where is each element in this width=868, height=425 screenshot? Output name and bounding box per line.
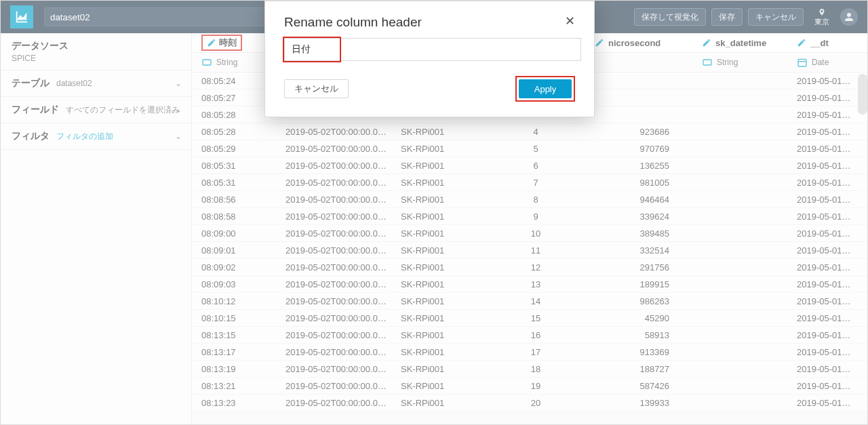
close-icon[interactable]: ✕ xyxy=(565,15,575,27)
modal-apply-button[interactable]: Apply xyxy=(519,79,572,98)
modal-cancel-button[interactable]: キャンセル xyxy=(284,79,349,98)
rename-input[interactable] xyxy=(284,38,581,61)
modal-overlay: Rename column header ✕ キャンセル Apply xyxy=(1,1,867,424)
highlight-box-apply: Apply xyxy=(515,76,575,102)
modal-title: Rename column header xyxy=(284,15,422,30)
rename-column-modal: Rename column header ✕ キャンセル Apply xyxy=(264,1,595,117)
